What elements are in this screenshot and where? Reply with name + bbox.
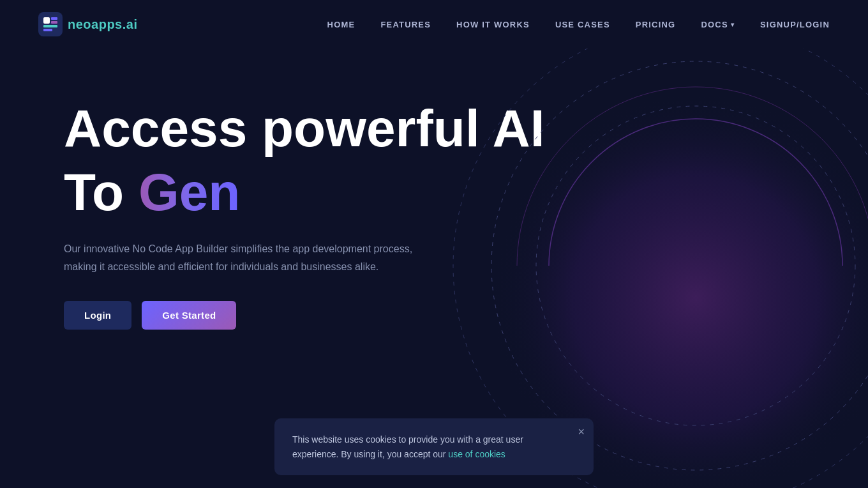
svg-rect-1 [43,17,50,24]
svg-rect-4 [43,25,57,27]
nav-links: HOME FEATURES HOW IT WORKS USE CASES PRI… [327,20,830,29]
chevron-down-icon: ▾ [731,21,735,28]
navbar: neoapps.ai HOME FEATURES HOW IT WORKS US… [0,0,868,49]
logo[interactable]: neoapps.ai [38,12,138,36]
nav-docs[interactable]: DOCS ▾ [701,20,735,29]
nav-use-cases[interactable]: USE CASES [555,20,610,29]
hero-buttons: Login Get Started [64,301,868,330]
nav-features[interactable]: FEATURES [380,20,431,29]
cookie-text: This website uses cookies to provide you… [292,432,563,461]
svg-rect-2 [51,17,57,20]
login-button[interactable]: Login [64,301,131,330]
logo-text: neoapps.ai [68,17,138,32]
nav-home[interactable]: HOME [327,20,355,29]
svg-rect-5 [43,29,52,31]
cookie-banner: This website uses cookies to provide you… [274,418,594,475]
nav-pricing[interactable]: PRICING [636,20,676,29]
hero-description: Our innovative No Code App Builder simpl… [64,240,421,275]
logo-icon [38,12,63,36]
cookie-link[interactable]: use of cookies [448,449,505,459]
svg-rect-3 [51,21,57,24]
svg-rect-0 [38,12,63,36]
nav-signup-login[interactable]: SIGNUP/LOGIN [760,20,830,29]
nav-how-it-works[interactable]: HOW IT WORKS [456,20,530,29]
get-started-button[interactable]: Get Started [142,301,236,330]
hero-title-highlight: Gen [138,163,240,221]
hero-title-line2: To Gen [64,164,868,221]
cookie-close-button[interactable]: × [578,426,585,438]
hero-title-line1: Access powerful AI [64,100,868,157]
